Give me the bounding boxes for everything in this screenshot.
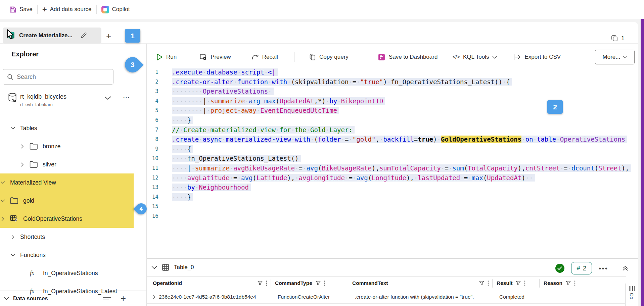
results-column-headers: OperationIdCommandTypeCommandTextResultR…	[147, 276, 626, 290]
line-number: 4	[147, 96, 163, 106]
code-line-13[interactable]: 13····by·Neighbourhood	[147, 183, 637, 192]
column-header-result[interactable]: Result	[497, 279, 540, 288]
copilot-button[interactable]: Copilot	[97, 6, 135, 13]
code-line-2[interactable]: 2.create-or-alter·function·with·(skipval…	[147, 77, 637, 87]
tree-item-functions[interactable]: Functions	[0, 246, 147, 264]
search-input-wrap	[3, 69, 113, 85]
add-data-source-button[interactable]: + Add data source	[38, 5, 96, 13]
run-button[interactable]: Run	[156, 53, 177, 61]
collapse-chevron-icon[interactable]	[151, 266, 157, 269]
code-line-9[interactable]: 9····{	[147, 144, 637, 154]
search-input[interactable]	[17, 73, 97, 81]
view-options-icon[interactable]	[102, 296, 111, 301]
filter-funnel-icon[interactable]	[479, 281, 484, 286]
column-header-commandtype[interactable]: CommandType	[275, 279, 348, 288]
query-count[interactable]: 1	[610, 34, 625, 42]
code-text: ····}	[163, 192, 193, 202]
tree-item-gold[interactable]: gold	[0, 192, 134, 210]
line-number: 15	[147, 202, 163, 211]
recall-label: Recall	[262, 54, 278, 60]
code-line-12[interactable]: 12····avgLatitude·=·avg(Latitude),·avgLo…	[147, 173, 637, 183]
query-tab[interactable]: Create Materialize...	[3, 28, 101, 44]
chevron-down-icon[interactable]	[0, 199, 5, 202]
column-header-commandtext[interactable]: CommandText	[352, 279, 493, 288]
filter-funnel-icon[interactable]	[516, 281, 521, 286]
database-more-icon[interactable]: ⋯	[123, 93, 130, 101]
code-line-7[interactable]: 7//·Create·materialized·view·for·the·Gol…	[147, 125, 637, 135]
database-item[interactable]: rt_kqldb_bicycles rt_evh_fabrikam ⋯	[0, 91, 147, 113]
results-row[interactable]: 236e24c0-1cc7-4d52-a7f6-9b81e1db54e4Func…	[147, 290, 626, 304]
explorer-title: Explorer	[11, 50, 39, 58]
column-menu-icon[interactable]	[324, 280, 325, 286]
tree-item-bronze[interactable]: bronze	[0, 137, 147, 155]
chevron-down-icon[interactable]	[0, 181, 5, 184]
filter-funnel-icon[interactable]	[316, 281, 321, 286]
code-line-3[interactable]: 3········OperativeStations·	[147, 87, 637, 96]
export-csv-button[interactable]: Export to CSV	[513, 54, 561, 60]
chevron-down-icon[interactable]	[10, 254, 15, 256]
chevron-right-icon[interactable]	[0, 217, 5, 221]
kql-tools-button[interactable]: </> KQL Tools	[452, 54, 497, 60]
code-editor[interactable]: 1.execute·database·script·<|2.create-or-…	[147, 67, 637, 255]
filter-funnel-icon[interactable]	[258, 281, 263, 286]
toolbar-divider	[364, 52, 364, 62]
copy-query-button[interactable]: Copy query	[309, 53, 349, 61]
code-line-14[interactable]: 14····}	[147, 192, 637, 202]
new-tab-button[interactable]: +	[106, 31, 111, 41]
tree-item-shortcuts[interactable]: Shortcuts	[0, 228, 147, 246]
chevron-right-icon[interactable]	[19, 162, 25, 167]
dashboard-icon	[378, 53, 385, 61]
chevron-down-icon[interactable]	[10, 127, 15, 130]
code-line-10[interactable]: 10····fn_OperativeStations_Latest()	[147, 154, 637, 163]
tree-item-goldoperativestations[interactable]: GoldOperativeStations	[0, 210, 134, 228]
recall-button[interactable]: Recall	[251, 53, 278, 61]
line-number: 14	[147, 192, 163, 202]
column-menu-icon[interactable]	[524, 280, 525, 286]
row-count-value: 2	[583, 265, 587, 272]
filter-funnel-icon[interactable]	[566, 281, 571, 286]
line-number: 13	[147, 183, 163, 192]
rename-pencil-icon[interactable]	[80, 32, 87, 39]
data-sources-section[interactable]: Data sources +	[0, 291, 147, 306]
column-header-reason[interactable]: Reason	[544, 279, 593, 288]
expand-panel-icon[interactable]	[622, 265, 629, 271]
chevron-down-icon[interactable]	[4, 297, 9, 300]
code-line-11[interactable]: 11····|·summarize·avgBikeUsageRate·=·avg…	[147, 163, 637, 173]
tree-item-fn-operativestations[interactable]: fxfn_OperativeStations	[0, 264, 147, 282]
code-line-1[interactable]: 1.execute·database·script·<|	[147, 67, 637, 77]
preview-button[interactable]: Preview	[199, 53, 231, 61]
explorer-panel: Explorer rt_kqldb_bicycles rt_evh_fabrik…	[0, 44, 147, 306]
expand-row-icon[interactable]	[153, 295, 155, 299]
save-button[interactable]: Save	[5, 6, 37, 13]
chevron-right-icon[interactable]	[19, 144, 25, 149]
code-line-5[interactable]: 5········|·project-away·EventEnqueuedUtc…	[147, 106, 637, 115]
column-menu-icon[interactable]	[266, 280, 267, 286]
code-line-8[interactable]: 8.create·async·materialized-view·with·(f…	[147, 135, 637, 144]
callout-badge-1: 1	[125, 29, 140, 43]
row-count-pill[interactable]: # 2	[571, 262, 592, 274]
copies-count: 1	[621, 35, 625, 42]
chevron-down-icon[interactable]	[104, 96, 111, 100]
chevron-right-icon[interactable]	[10, 235, 15, 239]
code-line-15[interactable]: 15	[147, 202, 637, 211]
code-line-6[interactable]: 6····}	[147, 115, 637, 125]
results-table-name[interactable]: Table_0	[174, 264, 194, 271]
tree-item-tables[interactable]: Tables	[0, 119, 147, 137]
column-menu-icon[interactable]	[574, 280, 576, 286]
tree-item-silver[interactable]: silver	[0, 155, 147, 173]
more-button[interactable]: More...	[595, 50, 635, 64]
chevron-down-icon	[623, 56, 627, 58]
code-text: ····}	[163, 115, 193, 125]
code-text: ········|·project-away·EventEnqueuedUtcT…	[163, 106, 339, 115]
collapsed-columns-tab[interactable]: Co	[625, 284, 638, 306]
tree-item-materialized-view[interactable]: Materialized View	[0, 173, 134, 192]
results-panel: Table_0 # 2 ••• OperationIdCommandTypeCo…	[147, 258, 638, 306]
results-more-icon[interactable]: •••	[599, 264, 608, 272]
save-to-dashboard-button[interactable]: Save to Dashboard	[378, 53, 438, 61]
run-icon	[156, 53, 163, 61]
column-menu-icon[interactable]	[488, 280, 489, 286]
column-header-operationid[interactable]: OperationId	[153, 279, 271, 288]
code-line-4[interactable]: 4········|·summarize·arg_max(UpdatedAt,*…	[147, 96, 637, 106]
code-text: .execute·database·script·<|	[163, 67, 278, 77]
code-line-16[interactable]: 16	[147, 211, 637, 221]
